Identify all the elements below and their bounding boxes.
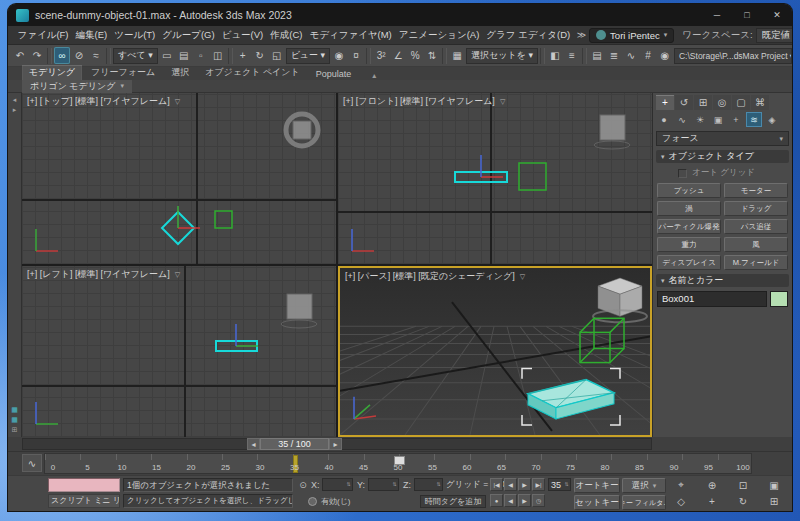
time-slider-thumb[interactable]: ◂ 35 / 100 ▸ <box>247 438 342 450</box>
current-frame-field[interactable]: 35 ⇅ <box>548 478 571 491</box>
button-drag[interactable]: ドラッグ <box>724 201 788 216</box>
button-push[interactable]: プッシュ <box>657 183 721 198</box>
filter-icon[interactable]: ▽ <box>175 271 180 279</box>
filter-icon[interactable]: ▽ <box>175 98 180 106</box>
button-path-follow[interactable]: パス追従 <box>724 219 788 234</box>
viewport-perspective-label[interactable]: [+] [パース] [標準] [既定のシェーディング] ▽ <box>345 270 525 283</box>
redo-button[interactable]: ↷ <box>29 47 45 64</box>
view-cube[interactable] <box>594 115 630 149</box>
toggle-layer-explorer-button[interactable]: ≣ <box>606 47 622 64</box>
category-systems[interactable]: ◈ <box>764 112 780 127</box>
spinner-icon[interactable]: ⇅ <box>435 482 442 487</box>
ribbon-minimize-icon[interactable]: ▴ <box>368 71 380 80</box>
rollout-object-type[interactable]: ▾ オブジェクト タイプ <box>656 150 789 163</box>
previous-key-button[interactable]: ◀ <box>504 494 517 507</box>
menu-create[interactable]: 作成(C) <box>267 29 306 42</box>
previous-frame-arrow[interactable]: ◂ <box>247 438 260 450</box>
tab-modify[interactable]: ↺ <box>675 95 693 110</box>
selection-filter-dropdown[interactable]: すべて ▾ <box>113 48 158 64</box>
spinner-icon[interactable]: ⇅ <box>563 482 570 487</box>
viewport-front[interactable]: [+] [フロント] [標準] [ワイヤフレーム] ▽ <box>338 93 652 264</box>
field-of-view-button[interactable]: ◇ <box>670 494 692 508</box>
percent-snap-toggle[interactable]: % <box>407 47 423 64</box>
select-and-move-button[interactable]: + <box>235 47 251 64</box>
tab-utilities[interactable]: ⌘ <box>751 95 769 110</box>
button-particle-bomb[interactable]: パーティクル爆発 <box>657 219 721 234</box>
window-crossing-toggle[interactable]: ◫ <box>210 47 226 64</box>
tab-display[interactable]: ▢ <box>732 95 750 110</box>
zoom-extents-all-button[interactable]: ▣ <box>763 478 785 492</box>
align-button[interactable]: ≡ <box>564 47 580 64</box>
tab-create[interactable]: + <box>656 95 674 110</box>
key-selection-dropdown[interactable]: 選択 ▾ <box>622 478 666 493</box>
category-space-warps[interactable]: ≋ <box>746 112 762 127</box>
lock-selection-icon[interactable]: ⊙ <box>296 479 310 492</box>
filter-icon[interactable]: ▽ <box>520 273 525 281</box>
viewport-label-text[interactable]: [+] [フロント] [標準] [ワイヤフレーム] <box>343 95 495 108</box>
maximize-viewport-toggle[interactable]: ⊞ <box>763 494 785 508</box>
toggle-scene-explorer-button[interactable]: ▤ <box>589 47 605 64</box>
select-by-name-button[interactable]: ▤ <box>176 47 192 64</box>
ribbon-tab-modeling[interactable]: モデリング <box>22 65 82 80</box>
view-cube[interactable] <box>281 294 317 328</box>
object-color-swatch[interactable] <box>770 291 788 307</box>
tab-hierarchy[interactable]: ⊞ <box>694 95 712 110</box>
select-and-rotate-button[interactable]: ↻ <box>252 47 268 64</box>
curve-editor-button[interactable]: ∿ <box>623 47 639 64</box>
spinner-snap-toggle[interactable]: ⇅ <box>424 47 440 64</box>
next-key-button[interactable]: ▶ <box>518 494 531 507</box>
set-key-button[interactable]: セットキー <box>574 495 620 510</box>
menu-overflow-icon[interactable]: ≫ <box>574 30 589 40</box>
rollout-name-color[interactable]: ▾ 名前とカラー <box>656 274 789 287</box>
button-gravity[interactable]: 重力 <box>657 237 721 252</box>
selection-region-button[interactable]: ▫ <box>193 47 209 64</box>
category-shapes[interactable]: ∿ <box>674 112 690 127</box>
go-to-end-button[interactable]: ▶| <box>532 478 545 491</box>
edit-named-selection-sets-button[interactable]: ▦ <box>449 47 465 64</box>
ribbon-tab-object-paint[interactable]: オブジェクト ペイント <box>198 65 307 80</box>
unlink-selection-button[interactable]: ⊘ <box>71 47 87 64</box>
category-geometry[interactable]: ● <box>656 112 672 127</box>
button-vortex[interactable]: 渦 <box>657 201 721 216</box>
dock-collapse-icon[interactable]: ◂ <box>13 96 17 104</box>
zoom-button[interactable]: ⌖ <box>670 478 692 492</box>
green-box-wire[interactable] <box>215 211 232 228</box>
key-filters-button[interactable]: キー フィルタ... <box>622 495 666 510</box>
button-wind[interactable]: 風 <box>724 237 788 252</box>
ribbon-tab-freeform[interactable]: フリーフォーム <box>84 65 162 80</box>
viewport-label-text[interactable]: [+] [レフト] [標準] [ワイヤフレーム] <box>27 268 170 281</box>
button-displace[interactable]: ディスプレイス <box>657 255 721 270</box>
view-cube[interactable] <box>593 278 647 322</box>
green-box-wire[interactable] <box>580 318 624 362</box>
time-configuration-button[interactable]: ◷ <box>532 494 545 507</box>
use-pivot-center-button[interactable]: ◉ <box>331 47 347 64</box>
autogrid-checkbox[interactable] <box>678 169 687 178</box>
next-frame-arrow[interactable]: ▸ <box>329 438 342 450</box>
menu-file[interactable]: ファイル(F) <box>14 29 72 42</box>
angle-snap-toggle[interactable]: ∠ <box>390 47 406 64</box>
menu-animation[interactable]: アニメーション(A) <box>395 29 483 42</box>
auto-key-button[interactable]: オートキー <box>574 478 620 493</box>
close-button[interactable]: ✕ <box>762 4 792 26</box>
time-slider-value[interactable]: 35 / 100 <box>260 438 329 450</box>
bind-to-space-warp-button[interactable]: ≈ <box>88 47 104 64</box>
play-button[interactable]: ▶ <box>518 478 531 491</box>
minimize-button[interactable]: ─ <box>702 4 732 26</box>
maximize-button[interactable]: □ <box>732 4 762 26</box>
zoom-all-button[interactable]: ⊕ <box>701 478 723 492</box>
select-and-manipulate-button[interactable]: ¤ <box>348 47 364 64</box>
reference-coordinate-dropdown[interactable]: ビュー ▾ <box>286 48 330 64</box>
project-folder-dropdown[interactable]: C:\Storage\P...dsMax Project ▾ <box>674 48 792 64</box>
add-time-tag[interactable]: 時間タグを追加 <box>420 495 486 508</box>
degradation-toggle-icon[interactable] <box>308 497 317 506</box>
category-cameras[interactable]: ▣ <box>710 112 726 127</box>
select-and-scale-button[interactable]: ◱ <box>269 47 285 64</box>
key-mode-toggle[interactable]: ● <box>490 494 503 507</box>
menu-tools[interactable]: ツール(T) <box>111 29 159 42</box>
undo-button[interactable]: ↶ <box>12 47 28 64</box>
workspace-dropdown[interactable]: 既定値 ▾ <box>756 28 792 43</box>
ribbon-tab-populate[interactable]: Populate <box>309 68 359 80</box>
y-coordinate-field[interactable]: ⇅ <box>368 478 399 491</box>
account-menu[interactable]: Tori iPentec ▾ <box>589 28 674 43</box>
tab-motion[interactable]: ◎ <box>713 95 731 110</box>
